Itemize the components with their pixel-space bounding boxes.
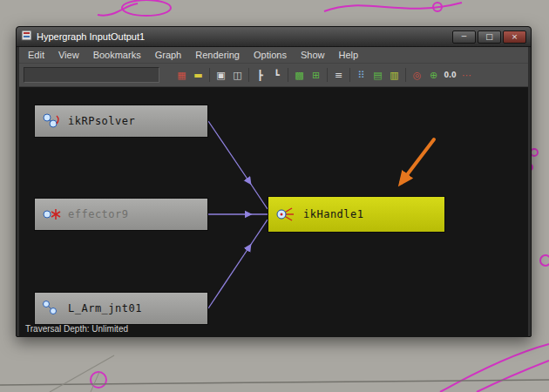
toolbar-separator — [405, 68, 406, 82]
menu-edit[interactable]: Edit — [21, 50, 51, 60]
layout-automatic-icon[interactable]: ▥ — [386, 66, 403, 84]
status-text: Traversal Depth: Unlimited — [25, 324, 128, 334]
node-effector9[interactable]: effector9 — [34, 198, 208, 231]
window-title: Hypergraph InputOutput1 — [37, 31, 145, 42]
list-view-icon[interactable]: ≡ — [330, 66, 347, 84]
frame-selection-icon[interactable]: ◫ — [229, 66, 246, 84]
toolbar-separator — [349, 68, 350, 82]
options-dots-icon[interactable]: ⋯ — [458, 66, 475, 84]
node-ikHandle1[interactable]: ikHandle1 — [268, 196, 445, 233]
ik-solver-icon — [41, 112, 62, 130]
toggle-connectivity-icon[interactable]: ▦ — [173, 66, 190, 84]
graph-downstream-icon[interactable]: ⊞ — [308, 66, 324, 84]
node-label: L_Arm_jnt01 — [68, 302, 142, 314]
node-label: effector9 — [68, 208, 129, 220]
graph-upstream-icon[interactable]: ▩ — [291, 66, 308, 84]
menu-rendering[interactable]: Rendering — [188, 50, 247, 60]
menu-graph[interactable]: Graph — [148, 50, 189, 60]
toolbar-separator — [288, 68, 288, 82]
search-input[interactable] — [24, 67, 159, 83]
layout-tree-icon[interactable]: ┗ — [268, 66, 285, 84]
node-L_Arm_jnt01[interactable]: L_Arm_jnt01 — [34, 292, 208, 325]
grid-crosshair-icon[interactable]: ⊕ — [425, 66, 442, 84]
show-dots-icon[interactable]: ⠿ — [353, 66, 369, 84]
layout-freeform-icon[interactable]: ▤ — [369, 66, 386, 84]
precision-display-icon[interactable]: 0.0 — [442, 66, 458, 84]
node-label: ikHandle1 — [303, 208, 364, 220]
ik-handle-icon — [274, 206, 297, 223]
node-ikRPsolver[interactable]: ikRPsolver — [34, 105, 208, 138]
layout-hierarchy-icon[interactable]: ┣ — [252, 66, 268, 84]
titlebar[interactable]: Hypergraph InputOutput1 ─ □ × — [17, 27, 531, 47]
effector-icon — [41, 206, 62, 223]
app-icon — [21, 29, 32, 44]
toggle-shapes-icon[interactable]: ▬ — [190, 66, 207, 84]
hypergraph-window: Hypergraph InputOutput1 ─ □ × Edit View … — [16, 26, 532, 337]
window-controls: ─ □ × — [452, 30, 526, 44]
menu-view[interactable]: View — [51, 50, 86, 60]
frame-all-icon[interactable]: ▣ — [213, 66, 229, 84]
menu-bar: Edit View Bookmarks Graph Rendering Opti… — [19, 47, 528, 64]
desktop: Hypergraph InputOutput1 ─ □ × Edit View … — [0, 0, 549, 392]
toolbar-separator — [209, 68, 210, 82]
menu-show[interactable]: Show — [294, 50, 332, 60]
toolbar-separator — [248, 68, 249, 82]
target-icon[interactable]: ◎ — [409, 66, 425, 84]
menu-help[interactable]: Help — [331, 50, 365, 60]
graph-canvas[interactable]: ikRPsolver effector9 — [19, 87, 528, 337]
annotation-arrow — [401, 139, 434, 183]
node-label: ikRPsolver — [68, 115, 135, 127]
toolbar-separator — [327, 68, 328, 82]
menu-bookmarks[interactable]: Bookmarks — [86, 50, 148, 60]
toolbar: ▦ ▬ ▣ ◫ ┣ ┗ ▩ ⊞ ≡ ⠿ ▤ ▥ ◎ ⊕ 0.0 ⋯ — [19, 64, 528, 87]
close-button[interactable]: × — [503, 30, 526, 44]
joint-icon — [41, 300, 62, 317]
maximize-button[interactable]: □ — [478, 30, 501, 44]
minimize-button[interactable]: ─ — [452, 30, 476, 44]
menu-options[interactable]: Options — [247, 50, 294, 60]
